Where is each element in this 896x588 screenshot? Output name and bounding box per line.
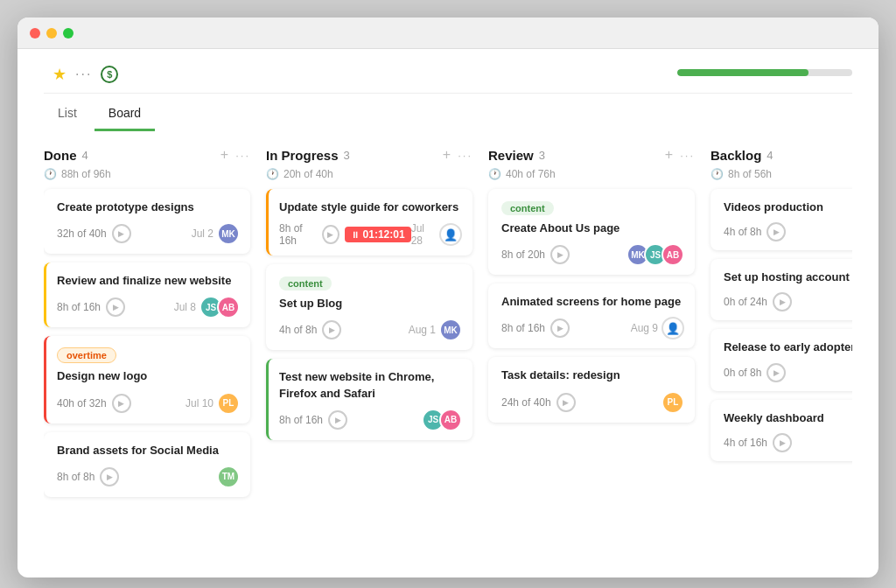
- column-header-done: Done4+···: [44, 147, 250, 163]
- task-card[interactable]: Brand assets for Social Media8h of 8h▶TM: [44, 432, 250, 497]
- avatar: TM: [217, 466, 240, 488]
- task-card[interactable]: Review and finalize new website8h of 16h…: [44, 262, 250, 327]
- card-title: Set up hosting account: [724, 270, 852, 285]
- play-timer-button[interactable]: ▶: [112, 394, 131, 413]
- maximize-button[interactable]: [63, 28, 74, 38]
- card-tag: content: [279, 276, 332, 290]
- column-more-icon[interactable]: ···: [680, 149, 695, 162]
- card-title: Animated screens for home page: [501, 294, 684, 310]
- task-card[interactable]: Update style guide for coworkers8h of 16…: [266, 189, 472, 256]
- task-card[interactable]: Weekly dashboard4h of 16h▶: [710, 400, 852, 461]
- titlebar: [18, 18, 878, 49]
- card-footer: 8h of 20h▶MKJSAB: [501, 243, 684, 266]
- card-footer: 0h of 24h▶: [724, 292, 852, 312]
- add-icon[interactable]: +: [220, 147, 228, 163]
- play-timer-button[interactable]: ▶: [112, 224, 131, 243]
- avatar-group: MKJSAB: [626, 243, 684, 266]
- card-footer: 8h of 16h▶JSAB: [279, 409, 462, 431]
- play-timer-button[interactable]: ▶: [766, 222, 786, 242]
- task-card[interactable]: overtimeDesign new logo40h of 32h▶Jul 10…: [44, 336, 250, 423]
- avatar-group: 👤: [662, 317, 684, 340]
- add-icon[interactable]: +: [665, 147, 673, 163]
- avatar: MK: [217, 222, 240, 245]
- play-timer-button[interactable]: ▶: [766, 363, 786, 382]
- card-tag: overtime: [57, 347, 116, 363]
- task-card[interactable]: Create prototype designs32h of 40h▶Jul 2…: [44, 189, 250, 254]
- card-tag: content: [501, 201, 554, 215]
- close-button[interactable]: [30, 28, 40, 38]
- card-title: Videos production: [724, 200, 852, 215]
- play-timer-button[interactable]: ▶: [773, 433, 792, 452]
- task-card[interactable]: Videos production4h of 8h▶: [710, 189, 852, 250]
- card-title: Create About Us page: [501, 220, 684, 236]
- column-title-done: Done: [44, 148, 77, 163]
- avatar-group: PL: [662, 391, 684, 414]
- avatar-group: JSAB: [200, 296, 240, 318]
- task-card[interactable]: Release to early adopters0h of 8h▶: [710, 329, 852, 390]
- pause-icon: ⏸: [351, 230, 360, 240]
- avatar-group: TM: [217, 466, 240, 488]
- tab-list[interactable]: List: [44, 99, 91, 131]
- card-hours: 8h of 16h: [279, 414, 323, 426]
- play-timer-button[interactable]: ▶: [100, 467, 119, 486]
- play-timer-button[interactable]: ▶: [550, 318, 570, 338]
- card-hours: 4h of 16h: [724, 437, 767, 449]
- card-footer: 4h of 16h▶: [724, 433, 852, 452]
- card-title: Create prototype designs: [57, 200, 240, 215]
- column-count-backlog: 4: [766, 149, 773, 162]
- task-card[interactable]: contentCreate About Us page8h of 20h▶MKJ…: [488, 189, 695, 275]
- play-timer-button[interactable]: ▶: [322, 320, 341, 340]
- app-window: ★ ··· $ List Board Done4+···🕐88h of 96hC…: [18, 18, 878, 578]
- more-options-icon[interactable]: ···: [75, 66, 92, 82]
- task-card[interactable]: Test new website in Chrome, Firefox and …: [266, 359, 472, 439]
- card-date: Jul 28: [411, 222, 436, 247]
- timer-badge: ⏸01:12:01: [345, 227, 411, 242]
- card-footer: 8h of 16h▶Jul 8JSAB: [57, 296, 240, 318]
- play-timer-button[interactable]: ▶: [773, 292, 792, 312]
- card-hours: 8h of 16h: [501, 322, 545, 334]
- column-review: Review3+···🕐40h of 76hcontentCreate Abou…: [488, 147, 695, 506]
- card-footer: 4h of 8h▶: [724, 222, 852, 242]
- star-icon[interactable]: ★: [52, 65, 66, 84]
- column-more-icon[interactable]: ···: [458, 149, 472, 162]
- column-title-review: Review: [488, 148, 534, 163]
- avatar-group: JSAB: [422, 409, 462, 431]
- tab-board[interactable]: Board: [94, 99, 155, 131]
- card-title: Release to early adopters: [724, 340, 852, 355]
- add-icon[interactable]: +: [443, 147, 451, 163]
- timer-value: 01:12:01: [363, 228, 405, 241]
- card-footer: 24h of 40h▶PL: [501, 391, 684, 414]
- card-hours: 24h of 40h: [501, 396, 551, 409]
- hours-label: 88h of 96h: [61, 168, 111, 180]
- play-timer-button[interactable]: ▶: [322, 225, 340, 244]
- avatar-group: PL: [217, 392, 240, 415]
- column-hours-backlog: 🕐8h of 56h: [710, 168, 852, 180]
- play-timer-button[interactable]: ▶: [328, 410, 347, 430]
- avatar: AB: [662, 243, 684, 266]
- column-actions-in-progress[interactable]: +···: [443, 147, 472, 163]
- task-card[interactable]: Task details: redesign24h of 40h▶PL: [488, 357, 695, 422]
- avatar: MK: [439, 318, 462, 341]
- column-done: Done4+···🕐88h of 96hCreate prototype des…: [44, 147, 250, 506]
- play-timer-button[interactable]: ▶: [550, 245, 570, 264]
- column-in-progress: In Progress3+···🕐20h of 40hUpdate style …: [266, 147, 472, 506]
- avatar-placeholder: 👤: [662, 317, 684, 340]
- board: Done4+···🕐88h of 96hCreate prototype des…: [44, 131, 852, 514]
- play-timer-button[interactable]: ▶: [106, 298, 125, 317]
- card-hours: 32h of 40h: [57, 228, 107, 240]
- card-date: Jul 8: [174, 301, 196, 313]
- column-more-icon[interactable]: ···: [235, 149, 250, 162]
- card-footer: 8h of 16h▶Aug 9👤: [501, 317, 684, 340]
- hours-label: 40h of 76h: [506, 168, 556, 180]
- play-timer-button[interactable]: ▶: [556, 393, 576, 412]
- column-actions-review[interactable]: +···: [665, 147, 695, 163]
- column-actions-done[interactable]: +···: [220, 147, 250, 163]
- task-card[interactable]: contentSet up Blog4h of 8h▶Aug 1MK: [266, 264, 472, 350]
- minimize-button[interactable]: [46, 28, 57, 38]
- task-card[interactable]: Set up hosting account0h of 24h▶: [710, 259, 852, 320]
- task-card[interactable]: Animated screens for home page8h of 16h▶…: [488, 284, 695, 348]
- card-title: Test new website in Chrome, Firefox and …: [279, 369, 462, 401]
- column-header-backlog: Backlog4+···: [710, 147, 852, 163]
- traffic-lights: [30, 28, 74, 38]
- avatar: AB: [217, 296, 240, 318]
